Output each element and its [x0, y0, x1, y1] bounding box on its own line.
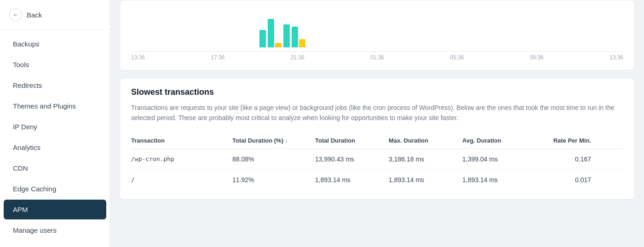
- bar-teal-3: [283, 24, 290, 47]
- chart-label-3: 01:36: [370, 54, 384, 61]
- th-rate: Rate Per Min.: [536, 137, 591, 144]
- td-avg-0: 1,399.04 ms: [462, 155, 536, 163]
- td-rate-0: 0.167: [536, 155, 591, 163]
- td-transaction-1: /: [131, 176, 232, 183]
- chart-labels: 13:36 17:36 21:36 01:36 05:36 09:36 13:3…: [131, 51, 623, 61]
- th-total-pct[interactable]: Total Duration (%) ↓: [232, 137, 315, 144]
- bar-group-1: [259, 30, 266, 47]
- bar-group-4: [292, 27, 305, 47]
- chart-label-5: 09:36: [530, 54, 544, 61]
- th-max-dur: Max. Duration: [389, 137, 462, 144]
- td-avg-1: 1,893.14 ms: [462, 176, 536, 184]
- sidebar-item-analytics[interactable]: Analytics: [4, 138, 106, 157]
- td-total-1: 1,893.14 ms: [315, 176, 389, 184]
- chart-label-0: 13:36: [131, 54, 145, 61]
- sidebar-item-ip-deny[interactable]: IP Deny: [4, 117, 106, 137]
- transactions-table: Transaction Total Duration (%) ↓ Total D…: [131, 132, 623, 190]
- th-transaction: Transaction: [131, 137, 232, 144]
- chart-label-2: 21:36: [291, 54, 305, 61]
- sidebar-item-themes-plugins[interactable]: Themes and Plugins: [4, 96, 106, 116]
- th-total-dur: Total Duration: [315, 137, 389, 144]
- chart-bars: [131, 10, 623, 51]
- td-pct-1: 11.92%: [232, 176, 315, 184]
- sidebar-item-edge-caching[interactable]: Edge Caching: [4, 179, 106, 199]
- section-title: Slowest transactions: [131, 87, 623, 97]
- td-total-0: 13,990.43 ms: [315, 155, 389, 163]
- table-header: Transaction Total Duration (%) ↓ Total D…: [131, 132, 623, 149]
- bar-teal-4: [292, 27, 298, 47]
- td-rate-1: 0.017: [536, 176, 591, 184]
- table-body: /wp-cron.php 88.08% 13,990.43 ms 3,186.1…: [131, 149, 623, 190]
- back-button[interactable]: ← Back: [0, 0, 110, 30]
- chart-card: 13:36 17:36 21:36 01:36 05:36 09:36 13:3…: [120, 0, 635, 70]
- bar-group-2: [268, 19, 282, 47]
- sidebar-item-manage-users[interactable]: Manage users: [4, 220, 106, 240]
- bar-group-3: [283, 24, 290, 47]
- chart-label-4: 05:36: [450, 54, 464, 61]
- table-row-0: /wp-cron.php 88.08% 13,990.43 ms 3,186.1…: [131, 149, 623, 170]
- main-content: 13:36 17:36 21:36 01:36 05:36 09:36 13:3…: [110, 0, 644, 247]
- sidebar-item-cdn[interactable]: CDN: [4, 158, 106, 178]
- sidebar-item-tools[interactable]: Tools: [4, 55, 106, 75]
- chart-label-6: 13:36: [610, 54, 623, 61]
- td-max-0: 3,186.18 ms: [389, 155, 462, 163]
- bar-teal-2: [268, 19, 274, 47]
- bar-yellow-2: [275, 43, 282, 47]
- td-pct-0: 88.08%: [232, 155, 315, 163]
- bar-yellow-4: [299, 39, 305, 47]
- td-max-1: 1,893.14 ms: [389, 176, 462, 184]
- sidebar: ← Back BackupsToolsRedirectsThemes and P…: [0, 0, 110, 247]
- bar-teal-1: [259, 30, 266, 47]
- sidebar-item-backups[interactable]: Backups: [4, 34, 106, 54]
- back-label: Back: [27, 11, 42, 19]
- back-arrow-icon: ←: [9, 8, 22, 21]
- sidebar-item-redirects[interactable]: Redirects: [4, 75, 106, 95]
- sort-icon: ↓: [285, 138, 288, 143]
- th-avg-dur: Avg. Duration: [462, 137, 536, 144]
- sidebar-item-apm[interactable]: APM: [4, 200, 106, 219]
- slowest-transactions-card: Slowest transactions Transactions are re…: [120, 78, 635, 200]
- section-description: Transactions are requests to your site (…: [131, 103, 623, 123]
- chart-label-1: 17:36: [211, 54, 224, 61]
- sidebar-nav: BackupsToolsRedirectsThemes and PluginsI…: [0, 30, 110, 244]
- table-row-1: / 11.92% 1,893.14 ms 1,893.14 ms 1,893.1…: [131, 170, 623, 190]
- td-transaction-0: /wp-cron.php: [131, 155, 232, 162]
